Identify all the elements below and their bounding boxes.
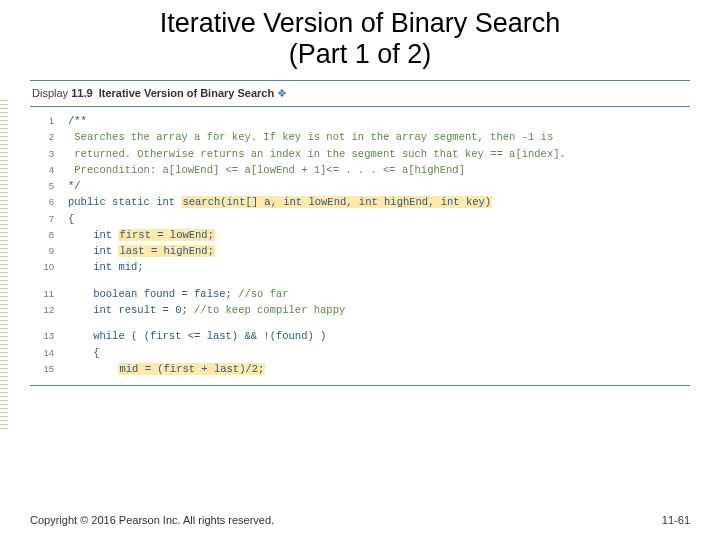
code-listing: 1/**2 Searches the array a for key. If k… (30, 111, 690, 385)
code-text: */ (68, 178, 81, 194)
code-line: 12 int result = 0; //to keep compiler ha… (30, 302, 690, 318)
title-line-2: (Part 1 of 2) (289, 39, 432, 69)
code-text: returned. Otherwise returns an index in … (68, 146, 566, 162)
copyright-text: Copyright © 2016 Pearson Inc. All rights… (30, 514, 274, 526)
code-line: 1/** (30, 113, 690, 129)
code-text: int mid; (68, 259, 144, 275)
code-text: mid = (first + last)/2; (68, 361, 265, 377)
code-text: int first = lowEnd; (68, 227, 215, 243)
code-line: 3 returned. Otherwise returns an index i… (30, 146, 690, 162)
code-text: /** (68, 113, 87, 129)
diamond-icon: ❖ (277, 87, 287, 99)
code-line: 13 while ( (first <= last) && !(found) ) (30, 328, 690, 344)
line-number: 6 (30, 195, 68, 210)
code-text: boolean found = false; //so far (68, 286, 289, 302)
code-text: int last = highEnd; (68, 243, 215, 259)
display-header: Display 11.9 Iterative Version of Binary… (30, 87, 690, 100)
code-line: 10 int mid; (30, 259, 690, 275)
code-text: public static int search(int[] a, int lo… (68, 194, 492, 210)
code-line: 7{ (30, 211, 690, 227)
line-number: 15 (30, 362, 68, 377)
line-number: 10 (30, 260, 68, 275)
code-line: 14 { (30, 345, 690, 361)
line-number: 5 (30, 179, 68, 194)
code-text: { (68, 345, 100, 361)
line-number: 13 (30, 329, 68, 344)
line-number: 7 (30, 212, 68, 227)
left-stripe-decoration (0, 100, 8, 430)
line-number: 8 (30, 228, 68, 243)
line-number: 11 (30, 287, 68, 302)
code-line: 15 mid = (first + last)/2; (30, 361, 690, 377)
code-line: 11 boolean found = false; //so far (30, 286, 690, 302)
code-line: 4 Precondition: a[lowEnd] <= a[lowEnd + … (30, 162, 690, 178)
code-text: { (68, 211, 74, 227)
display-box: Display 11.9 Iterative Version of Binary… (30, 80, 690, 386)
line-number: 2 (30, 130, 68, 145)
code-line: 8 int first = lowEnd; (30, 227, 690, 243)
line-number: 9 (30, 244, 68, 259)
title-line-1: Iterative Version of Binary Search (160, 8, 561, 38)
code-line: 5*/ (30, 178, 690, 194)
code-line: 9 int last = highEnd; (30, 243, 690, 259)
line-number: 14 (30, 346, 68, 361)
line-number: 3 (30, 147, 68, 162)
display-rule (30, 106, 690, 107)
code-line: 2 Searches the array a for key. If key i… (30, 129, 690, 145)
code-text: Precondition: a[lowEnd] <= a[lowEnd + 1]… (68, 162, 465, 178)
code-text: while ( (first <= last) && !(found) ) (68, 328, 326, 344)
line-number: 4 (30, 163, 68, 178)
code-line: 6public static int search(int[] a, int l… (30, 194, 690, 210)
display-title: Iterative Version of Binary Search (99, 87, 274, 99)
line-number: 1 (30, 114, 68, 129)
display-label: Display (32, 87, 68, 99)
slide-title: Iterative Version of Binary Search (Part… (30, 8, 690, 70)
code-text: int result = 0; //to keep compiler happy (68, 302, 345, 318)
page-number: 11-61 (662, 514, 690, 526)
line-number: 12 (30, 303, 68, 318)
code-text: Searches the array a for key. If key is … (68, 129, 553, 145)
slide: Iterative Version of Binary Search (Part… (0, 0, 720, 540)
display-number: 11.9 (71, 87, 92, 99)
footer: Copyright © 2016 Pearson Inc. All rights… (30, 514, 690, 526)
